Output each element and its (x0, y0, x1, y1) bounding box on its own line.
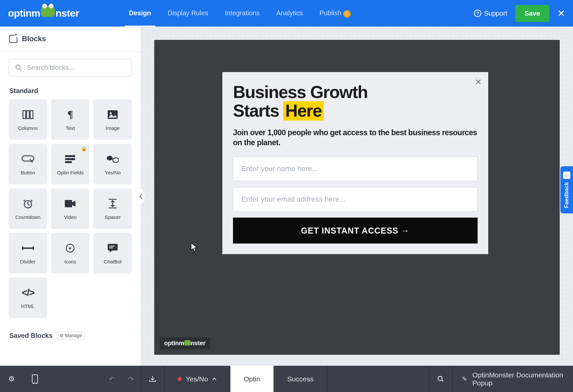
feedback-tab[interactable]: Feedback ☺ (560, 166, 573, 213)
save-button[interactable]: Save (515, 5, 549, 22)
block-label: Icons (64, 259, 76, 264)
sidebar-header: Blocks (0, 27, 141, 51)
spacer-icon (108, 198, 117, 210)
email-field[interactable] (233, 187, 478, 212)
svg-point-11 (107, 156, 113, 160)
block-label: Columns (18, 125, 38, 131)
nav-tabs: Design Display Rules Integrations Analyt… (129, 0, 351, 27)
redo-button[interactable]: ↷ (121, 375, 141, 383)
block-icons[interactable]: Icons (51, 233, 90, 273)
publish-badge-icon: ! (343, 10, 351, 18)
block-label: Button (21, 170, 35, 175)
chat-icon (108, 242, 118, 254)
chevron-left-icon (139, 193, 143, 200)
section-saved-title: Saved Blocks (9, 332, 53, 340)
chevron-up-icon (212, 377, 217, 381)
search-box[interactable] (9, 59, 132, 76)
mobile-preview-button[interactable] (23, 374, 47, 384)
block-text[interactable]: ¶Text (51, 99, 90, 140)
svg-line-1 (20, 68, 21, 70)
manage-button[interactable]: ⚙Manage (57, 331, 85, 340)
svg-rect-5 (108, 110, 118, 119)
cta-button[interactable]: GET INSTANT ACCESS → (233, 218, 478, 244)
tab-analytics[interactable]: Analytics (276, 0, 303, 27)
block-label: HTML (21, 303, 35, 309)
svg-rect-8 (65, 155, 75, 157)
popup-headline[interactable]: Business Growth Starts Here (233, 83, 478, 121)
campaign-name[interactable]: ✎ OptinMonster Documentation Popup (453, 366, 573, 392)
block-countdown[interactable]: Countdown (9, 188, 47, 229)
download-icon (149, 375, 157, 383)
svg-point-0 (16, 65, 20, 69)
block-html[interactable]: </>HTML (9, 277, 47, 318)
block-divider[interactable]: Divider (9, 233, 47, 273)
top-nav: optinmnster Design Display Rules Integra… (0, 0, 573, 27)
block-optinfields[interactable]: 🔒Optin Fields (51, 144, 90, 184)
sidebar-title: Blocks (22, 35, 46, 43)
block-yesno[interactable]: Yes/No (93, 144, 132, 184)
block-label: Image (106, 125, 120, 131)
svg-point-26 (438, 376, 442, 380)
block-label: ChatBot (104, 259, 122, 264)
gear-icon: ⚙ (8, 375, 15, 383)
search-input[interactable] (27, 64, 126, 71)
tab-display-rules[interactable]: Display Rules (168, 0, 208, 27)
undo-button[interactable]: ↶ (102, 375, 121, 383)
main: Blocks Standard Columns¶TextImageButton🔒… (0, 27, 573, 366)
settings-button[interactable]: ⚙ (0, 375, 23, 383)
mobile-icon (32, 374, 38, 384)
view-success[interactable]: Success (274, 366, 327, 392)
popup-preview[interactable]: ✕ Business Growth Starts Here Join over … (222, 72, 488, 254)
block-columns[interactable]: Columns (9, 99, 47, 140)
stage[interactable]: ✕ Business Growth Starts Here Join over … (154, 40, 560, 355)
name-field[interactable] (233, 156, 478, 181)
clock-icon (23, 198, 33, 210)
section-standard-title: Standard (0, 80, 141, 99)
columns-icon (22, 109, 34, 121)
support-link[interactable]: ? Support (474, 10, 507, 17)
close-icon[interactable]: ✕ (557, 8, 565, 19)
view-yesno[interactable]: Yes/No (165, 366, 230, 392)
status-dot-icon (178, 377, 182, 381)
block-label: Video (64, 214, 76, 220)
block-video[interactable]: Video (51, 188, 90, 229)
image-icon (108, 109, 118, 121)
tab-design[interactable]: Design (129, 0, 151, 27)
svg-rect-9 (65, 158, 75, 160)
help-icon: ? (474, 10, 481, 17)
undo-icon: ↶ (109, 375, 115, 383)
svg-rect-4 (30, 111, 33, 119)
svg-rect-2 (23, 111, 26, 119)
divider-icon (22, 242, 34, 254)
download-button[interactable] (141, 375, 164, 383)
nav-right: ? Support Save ✕ (474, 5, 565, 22)
svg-rect-18 (22, 246, 23, 250)
tab-publish[interactable]: Publish! (319, 0, 351, 27)
view-optin[interactable]: Optin (230, 366, 274, 392)
svg-rect-19 (33, 246, 34, 250)
blocks-grid: Columns¶TextImageButton🔒Optin FieldsYes/… (0, 99, 141, 325)
lock-icon: 🔒 (81, 146, 87, 151)
svg-rect-7 (22, 156, 34, 161)
block-spacer[interactable]: Spacer (93, 188, 132, 229)
block-image[interactable]: Image (93, 99, 132, 140)
block-button[interactable]: Button (9, 144, 47, 184)
popup-close-icon[interactable]: ✕ (475, 77, 482, 87)
text-icon: ¶ (67, 109, 73, 121)
block-chatbot[interactable]: ChatBot (93, 233, 132, 273)
svg-rect-21 (108, 244, 118, 250)
smiley-icon: ☺ (563, 171, 570, 179)
svg-rect-22 (109, 246, 115, 247)
svg-rect-17 (23, 247, 33, 249)
canvas[interactable]: ✕ Business Growth Starts Here Join over … (141, 27, 573, 366)
svg-rect-23 (109, 247, 113, 248)
video-icon (65, 198, 75, 210)
icons-icon (65, 242, 75, 254)
block-label: Optin Fields (57, 170, 83, 175)
tab-integrations[interactable]: Integrations (225, 0, 260, 27)
sidebar: Blocks Standard Columns¶TextImageButton🔒… (0, 27, 141, 366)
block-label: Divider (20, 259, 36, 264)
popup-subheadline[interactable]: Join over 1,000 people who get access to… (233, 128, 478, 148)
blocks-icon (9, 35, 17, 43)
search-bottom-button[interactable] (429, 375, 452, 383)
